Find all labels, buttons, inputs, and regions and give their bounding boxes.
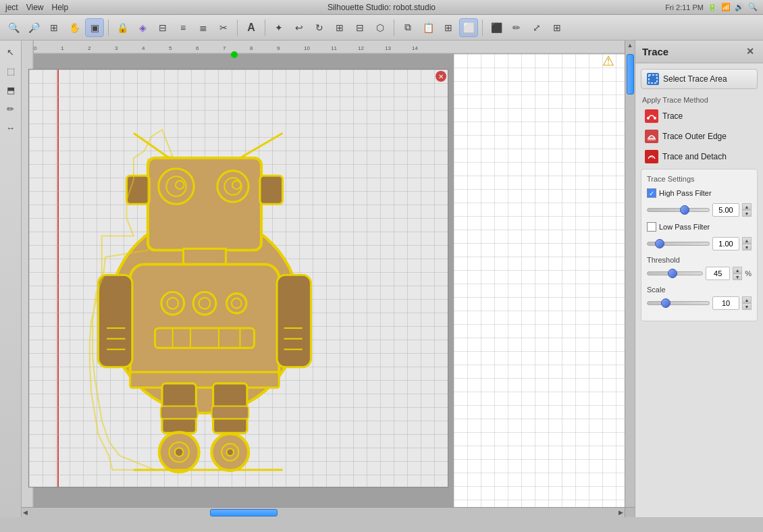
lock-icon[interactable]: 🔒 [113,18,132,37]
scale-decrement[interactable]: ▼ [742,303,752,310]
high-pass-filter-track[interactable] [647,208,710,212]
trace-method-outer-icon [645,130,658,143]
text-button[interactable]: A [242,18,261,37]
cut-button[interactable]: ✂ [214,18,233,37]
toolbar-sep-3 [265,20,265,36]
left-tool-4[interactable]: ✏ [2,100,20,117]
trace-settings-title: Trace Settings [647,175,752,183]
trace-method-detach[interactable]: Trace and Detach [641,147,758,166]
svg-point-63 [647,117,650,119]
horizontal-scrollbar[interactable]: ◀ ▶ [22,507,625,517]
toolbar-sep-4 [394,20,394,36]
scroll-thumb-horizontal[interactable] [210,509,278,516]
toolbar-sep-5 [482,20,483,36]
main-layout: ↖ ⬚ ⬒ ✏ ↔ 0 1 2 3 4 5 6 7 8 9 [0,41,763,517]
zoom-fit-button[interactable]: ⊞ [45,18,63,37]
svg-text:4: 4 [142,45,145,51]
low-pass-filter-thumb[interactable] [655,239,664,248]
ruler-top: 0 1 2 3 4 5 6 7 8 9 10 11 12 13 14 [22,41,635,54]
low-pass-filter-track[interactable] [647,242,710,246]
layers-button[interactable]: ▣ [85,18,104,37]
curve-button[interactable]: ↩ [290,18,309,37]
low-pass-filter-checkbox[interactable] [647,222,656,232]
ungroup-button[interactable]: ⊟ [350,18,369,37]
svg-text:6: 6 [196,45,199,51]
low-pass-filter-spinner: ▲ ▼ [742,237,752,250]
lines-button[interactable]: ≡ [174,18,192,37]
svg-rect-42 [130,372,280,388]
threshold-row: ▲ ▼ % [647,267,752,280]
threshold-increment[interactable]: ▲ [733,267,742,273]
left-tool-3[interactable]: ⬒ [2,81,20,99]
trace-method-outer-label: Trace Outer Edge [662,132,727,141]
zoom-out-button[interactable]: 🔎 [24,18,43,37]
threshold-track[interactable] [647,271,703,275]
shape-button[interactable]: ⬡ [371,18,390,37]
fill-button[interactable]: ◈ [133,18,152,37]
low-pass-filter-increment[interactable]: ▲ [742,237,752,244]
threshold-thumb[interactable] [668,269,677,278]
scale-track[interactable] [647,301,710,305]
left-toolbar: ↖ ⬚ ⬒ ✏ ↔ [0,41,22,517]
trace-method-outer-edge[interactable]: Trace Outer Edge [641,127,758,146]
svg-text:7: 7 [223,45,226,51]
zoom-in-button[interactable]: 🔍 [4,18,23,37]
select-trace-icon [647,73,659,85]
high-pass-filter-row: ✓ High Pass Filter [647,188,752,198]
paper-close-button[interactable]: ✕ [436,71,446,82]
scroll-up-arrow[interactable]: ▲ [626,41,635,50]
panel-button[interactable]: ⬜ [459,18,478,37]
transform-button[interactable]: ⊞ [439,18,458,37]
select-trace-area-button[interactable]: Select Trace Area [641,69,758,89]
copy-button[interactable]: ⧉ [398,18,417,37]
high-pass-filter-checkbox[interactable]: ✓ [647,188,656,198]
trace-method-trace-label: Trace [662,111,683,121]
scale-input[interactable] [712,296,739,310]
low-pass-filter-decrement[interactable]: ▼ [742,244,752,250]
menu-view[interactable]: View [26,3,44,12]
expand-button[interactable]: ⤢ [527,18,546,37]
scale-label: Scale [647,286,752,294]
grid2-button[interactable]: ⊞ [548,18,567,37]
low-pass-filter-input[interactable] [712,237,739,250]
svg-text:13: 13 [385,45,391,51]
robot-image [63,90,387,517]
paste-button[interactable]: 📋 [419,18,438,37]
left-tool-1[interactable]: ↖ [2,43,20,61]
threshold-input[interactable] [706,267,730,280]
color-button[interactable]: ⬛ [487,18,506,37]
group-button[interactable]: ⊞ [330,18,349,37]
warning-icon: ⚠ [602,53,614,69]
high-pass-filter-thumb[interactable] [680,205,689,215]
vertical-scrollbar[interactable]: ▲ ▼ [625,41,635,517]
menu-help[interactable]: Help [51,3,68,12]
panel-close-button[interactable]: ✕ [744,45,756,57]
left-tool-2[interactable]: ⬚ [2,62,20,80]
grid-button[interactable]: ⊟ [153,18,172,37]
scale-thumb[interactable] [661,298,670,308]
menu-file[interactable]: ject [5,3,18,12]
search-icon[interactable]: 🔍 [748,3,758,11]
high-pass-filter-decrement[interactable]: ▼ [742,210,752,217]
star-button[interactable]: ✦ [269,18,288,37]
threshold-decrement[interactable]: ▼ [733,273,742,280]
high-pass-filter-increment[interactable]: ▲ [742,203,752,210]
scale-increment[interactable]: ▲ [742,296,752,303]
draw-button[interactable]: ✏ [507,18,526,37]
lines2-button[interactable]: ≣ [194,18,213,37]
toolbar-sep-1 [108,20,109,36]
low-pass-filter-row: Low Pass Filter [647,222,752,232]
high-pass-filter-input[interactable] [712,203,739,217]
scroll-right-arrow[interactable]: ▶ [617,508,625,517]
high-pass-filter-label: High Pass Filter [659,189,712,197]
trace-method-trace[interactable]: Trace [641,107,758,126]
title-bar-left: ject View Help [5,3,68,12]
scroll-left-arrow[interactable]: ◀ [22,508,29,517]
high-pass-filter-slider-row: ▲ ▼ [647,203,752,217]
svg-text:0: 0 [34,45,37,51]
pan-button[interactable]: ✋ [65,18,84,37]
svg-text:9: 9 [277,45,280,51]
left-tool-5[interactable]: ↔ [2,119,20,136]
scroll-thumb-vertical[interactable] [627,54,634,95]
rotate-button[interactable]: ↻ [310,18,329,37]
